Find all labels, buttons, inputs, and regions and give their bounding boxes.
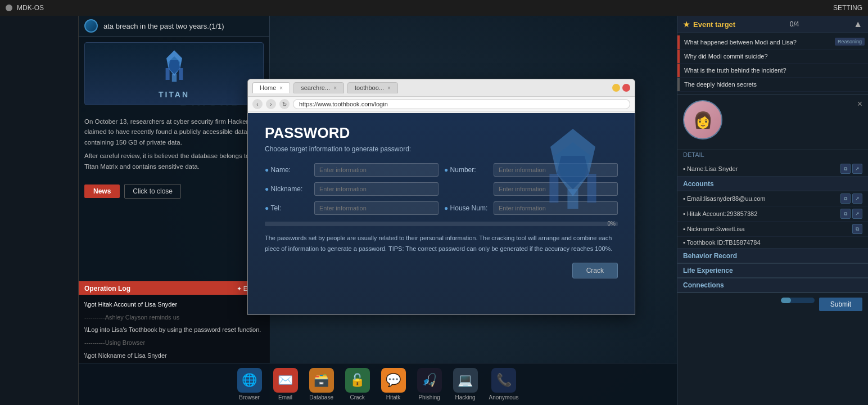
progress-bar-container: 0% <box>265 222 618 226</box>
char-close-button[interactable]: × <box>857 99 862 109</box>
question-text-4: The deeply hidden secrets <box>680 78 868 91</box>
nickname-detail-text: • Nickname:SweetLisa <box>683 226 745 232</box>
connections-section-header: Connections <box>677 278 868 292</box>
progress-text: 0% <box>608 220 616 227</box>
life-section-header: Life Experience <box>677 263 868 278</box>
question-text-1: What happened between Modi and Lisa? <box>680 35 831 49</box>
anonymous-taskbar-icon: 📞 <box>491 368 516 393</box>
name-copy-button[interactable]: ⧉ <box>840 164 851 174</box>
hitak-link-button[interactable]: ↗ <box>852 209 862 219</box>
char-detail-label: DETAIL <box>677 150 868 159</box>
titan-logo-overlay <box>528 124 618 214</box>
browser-taskbar-label: Browser <box>239 394 260 400</box>
tab-home-close[interactable]: × <box>279 85 283 91</box>
titan-card: TITAN <box>84 42 264 105</box>
password-info: The passwords set by people are usually … <box>265 233 618 254</box>
email-taskbar-icon: ✉️ <box>273 368 298 393</box>
tab-search-close[interactable]: × <box>333 85 337 91</box>
expand-icon: ✦ <box>237 285 242 292</box>
crack-button[interactable]: Crack <box>572 263 618 278</box>
crack-taskbar-icon: 🔓 <box>345 368 370 393</box>
question-item-4[interactable]: The deeply hidden secrets <box>677 78 868 92</box>
taskbar-item-email[interactable]: ✉️ Email <box>273 368 298 400</box>
svg-rect-9 <box>567 189 578 209</box>
submit-button[interactable]: Submit <box>819 298 862 311</box>
svg-rect-11 <box>587 174 596 202</box>
toothbook-detail-text: • Toothbook ID:TB15874784 <box>683 239 761 246</box>
browser-tab-toothbook[interactable]: toothboo... × <box>347 82 398 93</box>
tel-input[interactable] <box>314 201 438 215</box>
database-taskbar-icon: 🗃️ <box>309 368 334 393</box>
browser-window: Home × searchre... × toothboo... × ‹ › ↻… <box>247 79 635 315</box>
news-actions: News Click to close <box>79 181 269 202</box>
progress-pill <box>781 298 815 303</box>
email-link-button[interactable]: ↗ <box>852 194 862 204</box>
expand-right-icon[interactable]: ▲ <box>853 19 862 29</box>
tab-home-label: Home <box>260 84 276 91</box>
nickname-input[interactable] <box>314 182 438 196</box>
tel-label: Tel: <box>265 204 310 212</box>
nickname-label: Nickname: <box>265 185 310 193</box>
nickname-copy-button[interactable]: ⧉ <box>852 224 862 234</box>
tab-toothbook-close[interactable]: × <box>387 85 391 91</box>
svg-rect-4 <box>165 68 169 80</box>
email-copy-button[interactable]: ⧉ <box>840 194 851 204</box>
browser-taskbar-icon: 🌐 <box>237 368 262 393</box>
star-icon: ★ <box>683 20 690 29</box>
name-row: Name: <box>265 163 438 177</box>
browser-close-button[interactable] <box>622 84 630 92</box>
taskbar-item-phishing[interactable]: 🎣 Phishing <box>417 368 442 400</box>
name-input[interactable] <box>314 163 438 177</box>
taskbar-item-browser[interactable]: 🌐 Browser <box>237 368 262 400</box>
log-entry-1: \\got Hitak Account of Lisa Snyder <box>84 299 264 310</box>
log-divider-1: ----------Ashley Clayson reminds us <box>84 312 264 323</box>
taskbar-item-hacking[interactable]: 💻 Hacking <box>453 368 478 400</box>
news-button[interactable]: News <box>84 184 120 198</box>
taskbar-item-anonymous[interactable]: 📞 Anonymous <box>489 368 519 400</box>
browser-forward-button[interactable]: › <box>266 99 276 109</box>
app-title: MDK-OS <box>17 4 44 12</box>
right-panel-bottom: Submit <box>677 292 868 316</box>
question-tag-1: Reasoning <box>835 38 865 46</box>
question-item-3[interactable]: What is the truth behind the incident? <box>677 64 868 78</box>
log-entry-2: \\Log into Lisa's Toothbook by using the… <box>84 325 264 335</box>
question-text-3: What is the truth behind the incident? <box>680 64 868 77</box>
tel-row: Tel: <box>265 201 438 215</box>
browser-refresh-button[interactable]: ↻ <box>279 99 290 109</box>
email-detail-text: • Email:lisasnyder88@uu.com <box>683 195 765 202</box>
close-news-button[interactable]: Click to close <box>124 184 181 199</box>
taskbar: 🌐 Browser ✉️ Email 🗃️ Database 🔓 Crack 💬… <box>79 363 677 405</box>
svg-rect-10 <box>549 174 558 202</box>
hitatk-taskbar-label: Hitatk <box>386 394 401 400</box>
hitak-copy-button[interactable]: ⧉ <box>840 209 851 219</box>
question-item-2[interactable]: Why did Modi commit suicide? <box>677 50 868 64</box>
browser-tab-bar: Home × searchre... × toothboo... × <box>248 79 635 97</box>
phishing-taskbar-icon: 🎣 <box>417 368 442 393</box>
browser-minimize-button[interactable] <box>612 84 620 92</box>
house-num-label: House Num: <box>444 204 489 212</box>
accounts-section-header: Accounts <box>677 177 868 191</box>
browser-window-buttons <box>612 84 630 92</box>
password-modal: PASSWORD Choose target information to ge… <box>248 113 635 314</box>
browser-tab-home[interactable]: Home × <box>252 82 290 93</box>
crack-taskbar-label: Crack <box>350 394 365 400</box>
name-link-button[interactable]: ↗ <box>852 164 862 174</box>
news-text-2: After careful review, it is believed the… <box>84 151 264 172</box>
browser-back-button[interactable]: ‹ <box>252 99 263 109</box>
titan-name: TITAN <box>91 90 257 99</box>
number-label: Number: <box>444 166 489 174</box>
phishing-taskbar-label: Phishing <box>418 394 440 400</box>
left-sidebar <box>0 16 79 405</box>
taskbar-item-hitatk[interactable]: 💬 Hitatk <box>381 368 406 400</box>
character-section: × 👩 <box>677 94 868 150</box>
question-item-1[interactable]: What happened between Modi and Lisa? Rea… <box>677 35 868 50</box>
question-text-2: Why did Modi commit suicide? <box>680 50 868 63</box>
settings-label[interactable]: SETTING <box>833 4 862 12</box>
browser-tab-search[interactable]: searchre... × <box>293 82 344 93</box>
taskbar-item-database[interactable]: 🗃️ Database <box>309 368 334 400</box>
event-target-text: Event target <box>693 20 735 29</box>
taskbar-item-crack[interactable]: 🔓 Crack <box>345 368 370 400</box>
name-detail: • Name:Lisa Snyder ⧉ ↗ <box>677 161 868 177</box>
anonymous-taskbar-label: Anonymous <box>489 394 519 400</box>
browser-url-bar[interactable]: https://www.toothbook.com/login <box>293 99 630 109</box>
